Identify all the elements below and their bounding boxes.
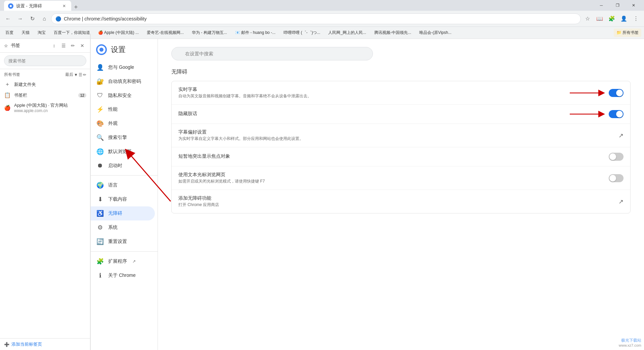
settings-header: 设置 [91,44,158,60]
hidden-speech-content: 隐藏肢话 [178,111,603,117]
bookmark-item[interactable]: 淘宝 [35,29,48,37]
active-tab[interactable]: 设置 - 无障碍 ✕ [4,1,71,11]
chevron-down-icon: ▼ [74,72,78,77]
focus-highlight-title: 短暂地突出显示焦点对象 [178,153,603,159]
settings-row-add-accessibility[interactable]: 添加无障碍功能 打开 Chrome 应用商店 ↗ [172,190,630,213]
bookmark-item-all[interactable]: 📁 所有书签 [614,29,641,37]
home-button[interactable]: ⌂ [39,13,50,24]
toggle-knob-3 [609,153,616,160]
close-button[interactable]: ✕ [626,0,641,11]
menu-button[interactable]: ⋮ [631,13,641,24]
puzzle-icon: 🧩 [96,258,104,265]
nav-item-appearance[interactable]: 🎨 外观 [91,116,155,131]
settings-page: 设置 👤 您与 Google 🔐 自动填充和密码 🛡 隐私和安全 ⚡ 性能 [91,39,644,350]
nav-item-system[interactable]: ⚙ 系统 [91,220,155,235]
tab-title: 设置 - 无障碍 [16,3,42,9]
bookmark-item[interactable]: 天猫 [19,29,32,37]
extensions-button[interactable]: 🧩 [606,13,617,24]
focus-highlight-toggle[interactable] [609,153,624,161]
bookmark-item[interactable]: 🍎 Apple (中国大陆) ... [95,29,141,37]
nav-item-about[interactable]: ℹ 关于 Chrome [91,268,155,283]
red-arrow-2 [570,109,610,119]
forward-button[interactable]: → [15,13,26,24]
bookmark-item[interactable]: 爱奇艺-在线视频网... [144,29,186,37]
address-bar[interactable]: 🔵 Chrome | chrome://settings/accessibili… [51,13,581,24]
bookmark-item[interactable]: 📧 邮件 - huang bo -... [232,29,278,37]
toggle-knob-4 [609,175,616,182]
nav-item-reset[interactable]: 🔄 重置设置 [91,235,155,249]
nav-item-extensions[interactable]: 🧩 扩展程序 ↗ [91,254,155,268]
nav-item-startup[interactable]: ⏺ 启动时 [91,159,155,172]
plus-icon: ＋ [4,81,11,88]
bookmark-star-button[interactable]: ☆ [582,13,593,24]
bookmark-item[interactable]: 哔哩哔哩 (゜-゜)つ... [281,29,323,37]
reading-list-button[interactable]: 📖 [594,13,605,24]
sort-label: 最后 ▼ ☰ ✏ [65,72,86,78]
gear-icon: ⚙ [96,224,104,231]
bookmark-item[interactable]: 唯品会-(原Vipsh... [417,29,454,37]
bookmark-item[interactable]: 华为 - 构建万物互... [189,29,230,37]
sidebar-search-input[interactable] [4,55,86,66]
back-button[interactable]: ← [3,13,13,24]
window-controls: ─ ❐ ✕ [594,0,641,11]
nav-item-privacy[interactable]: 🛡 隐私和安全 [91,89,155,102]
bookmarks-sidebar: ☆ 书签 ↕ ☰ ✏ ✕ 所有书签 最后 ▼ ☰ ✏ [0,39,91,350]
external-link-icon: ↗ [618,132,624,139]
globe-icon: 🌍 [96,182,104,189]
nav-item-google[interactable]: 👤 您与 Google [91,60,155,74]
tab-bar: 设置 - 无障碍 ✕ ＋ [4,0,592,11]
text-cursor-desc: 如需开启或关闭光标浏览模式，请使用快捷键 F7 [178,179,603,184]
red-arrow-1 [570,88,610,98]
nav-item-performance[interactable]: ⚡ 性能 [91,102,155,116]
chrome-favicon-icon [8,3,13,9]
caption-prefs-desc: 为实时字幕自定义字幕大小和样式。部分应用和网站也会使用此设置。 [178,136,613,142]
navigation-bar: ← → ↻ ⌂ 🔵 Chrome | chrome://settings/acc… [0,11,644,27]
sidebar-items: ＋ 新建文件夹 📋 书签栏 12 🍎 Apple (中国大陆) · 官方网站 w… [0,79,90,338]
sidebar-item-bookmarks-bar[interactable]: 📋 书签栏 12 [0,90,90,100]
sidebar-edit-button[interactable]: ✏ [69,42,77,50]
settings-search-input[interactable] [171,47,373,60]
restore-button[interactable]: ❐ [610,0,625,11]
settings-row-caption-prefs[interactable]: 字幕偏好设置 为实时字幕自定义字幕大小和样式。部分应用和网站也会使用此设置。 ↗ [172,124,630,147]
settings-main-content: 🔍 无障碍 实时字幕 自动为英文版音频和视频创建字幕。音频和字幕绝不会从设备中泄… [158,39,644,350]
settings-navigation: 设置 👤 您与 Google 🔐 自动填充和密码 🛡 隐私和安全 ⚡ 性能 [91,39,158,350]
accessibility-settings-card: 实时字幕 自动为英文版音频和视频创建字幕。音频和字幕绝不会从设备中泄露出去。 [171,81,631,213]
bookmark-item[interactable]: 百度一下，你就知道 [51,29,93,37]
edit-icon: ✏ [83,72,86,77]
plus-circle-icon: ➕ [4,342,9,347]
nav-item-autofill[interactable]: 🔐 自动填充和密码 [91,74,155,89]
watermark-url: www.xz7.com [619,343,641,347]
hidden-speech-toggle[interactable] [609,110,624,118]
nav-item-language[interactable]: 🌍 语言 [91,178,155,192]
bookmark-item[interactable]: 人民网_网上的人民... [326,29,369,37]
refresh-button[interactable]: ↻ [27,13,38,24]
bookmark-count-badge: 12 [78,93,86,98]
bookmark-item[interactable]: 腾讯视频-中国领先... [372,29,414,37]
nav-item-downloads[interactable]: ⬇ 下载内容 [91,192,155,206]
text-cursor-toggle[interactable] [609,174,624,182]
bookmark-item[interactable]: 百度 [3,29,16,37]
nav-item-search[interactable]: 🔍 搜索引擎 [91,131,155,145]
nav-item-accessibility[interactable]: ♿ 无障碍 [91,206,155,220]
live-caption-title: 实时字幕 [178,87,603,93]
sidebar-sort-button[interactable]: ↕ [50,42,58,50]
tab-close-button[interactable]: ✕ [61,3,67,9]
nav-divider-2 [91,251,158,252]
list-icon: ☰ [79,72,82,77]
browser-icon: 🌐 [96,148,104,155]
nav-item-default-browser[interactable]: 🌐 默认浏览器 [91,145,155,159]
minimize-button[interactable]: ─ [594,0,609,11]
sidebar-close-button[interactable]: ✕ [78,42,86,50]
settings-row-focus-highlight: 短暂地突出显示焦点对象 [172,147,630,166]
browser-content: ☆ 书签 ↕ ☰ ✏ ✕ 所有书签 最后 ▼ ☰ ✏ [0,39,644,350]
add-bookmark-button[interactable]: ➕ 添加当前标签页 [4,341,86,347]
profile-button[interactable]: 👤 [618,13,629,24]
bookmarks-bar: 百度 天猫 淘宝 百度一下，你就知道 🍎 Apple (中国大陆) ... 爱奇… [0,27,644,39]
add-accessibility-desc: 打开 Chrome 应用商店 [178,202,613,208]
sidebar-view-button[interactable]: ☰ [59,42,68,50]
sidebar-item-apple[interactable]: 🍎 Apple (中国大陆) · 官方网站 www.apple.com.cn [0,100,90,115]
sidebar-item-new-folder[interactable]: ＋ 新建文件夹 [0,79,90,90]
sidebar-actions: ↕ ☰ ✏ ✕ [50,42,86,50]
live-caption-toggle[interactable] [609,89,624,97]
new-tab-button[interactable]: ＋ [71,2,81,11]
